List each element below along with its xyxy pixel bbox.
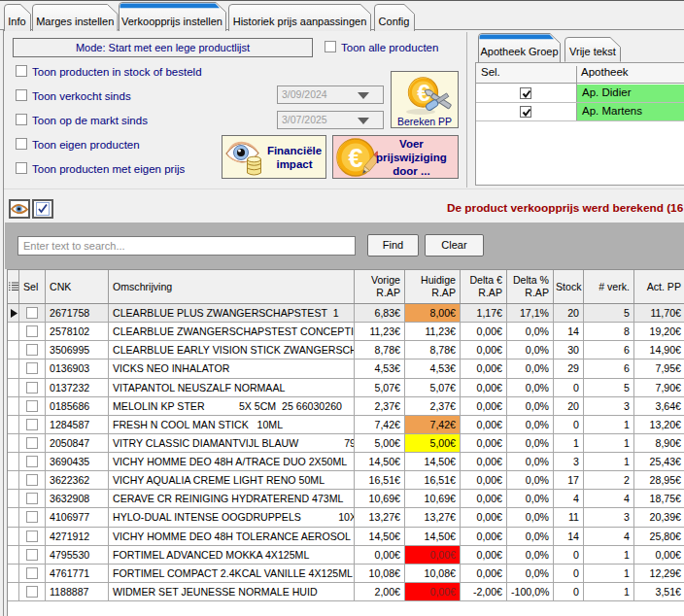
svg-text:€: €: [348, 144, 362, 173]
